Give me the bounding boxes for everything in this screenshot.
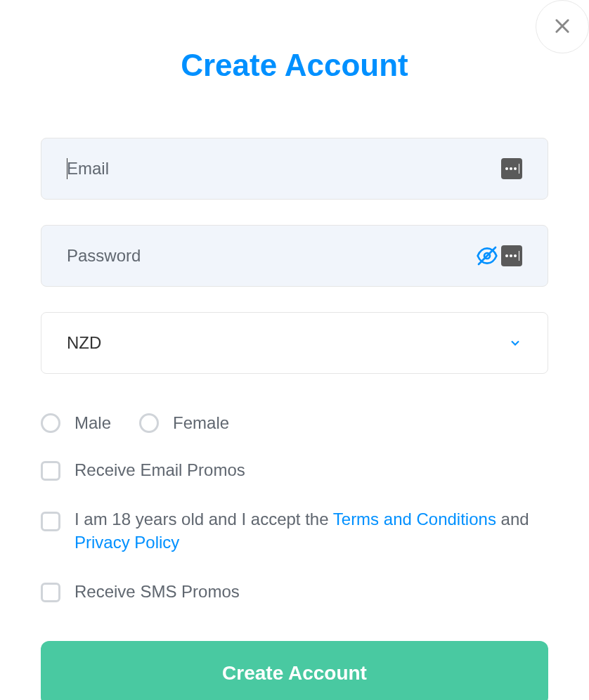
radio-male[interactable]: Male: [41, 413, 111, 433]
form-container: Create Account Email Password: [0, 0, 589, 700]
page-title: Create Account: [41, 48, 548, 83]
gender-radio-group: Male Female: [41, 413, 548, 433]
checkbox-accept-terms[interactable]: I am 18 years old and I accept the Terms…: [41, 507, 548, 555]
privacy-link[interactable]: Privacy Policy: [75, 533, 179, 552]
create-account-button[interactable]: Create Account: [41, 641, 548, 700]
terms-link[interactable]: Terms and Conditions: [333, 510, 496, 529]
chevron-down-icon: [508, 336, 522, 350]
checkbox-accept-label: I am 18 years old and I accept the Terms…: [75, 507, 548, 555]
accept-and: and: [496, 510, 529, 529]
accept-prefix: I am 18 years old and I accept the: [75, 510, 333, 529]
checkbox-icon: [41, 512, 60, 531]
currency-select[interactable]: NZD: [41, 312, 548, 374]
password-manager-icon[interactable]: [501, 245, 522, 266]
radio-icon: [41, 413, 60, 433]
password-input[interactable]: [67, 246, 476, 266]
close-button[interactable]: [536, 0, 589, 53]
email-input[interactable]: [67, 159, 501, 179]
radio-icon: [139, 413, 159, 433]
text-cursor: [67, 158, 67, 179]
checkbox-sms-promos-label: Receive SMS Promos: [75, 580, 240, 604]
checkbox-icon: [41, 461, 60, 481]
password-manager-icon[interactable]: [501, 158, 522, 179]
checkbox-icon: [41, 583, 60, 602]
checkbox-email-promos[interactable]: Receive Email Promos: [41, 458, 548, 482]
checkbox-sms-promos[interactable]: Receive SMS Promos: [41, 580, 548, 604]
currency-value: NZD: [67, 333, 101, 353]
close-icon: [552, 16, 572, 38]
checkbox-email-promos-label: Receive Email Promos: [75, 458, 245, 482]
toggle-password-visibility-icon[interactable]: [476, 245, 498, 267]
radio-label-female: Female: [173, 413, 229, 433]
email-field-wrapper[interactable]: Email: [41, 138, 548, 200]
radio-female[interactable]: Female: [139, 413, 229, 433]
radio-label-male: Male: [75, 413, 111, 433]
password-field-wrapper[interactable]: Password: [41, 225, 548, 287]
